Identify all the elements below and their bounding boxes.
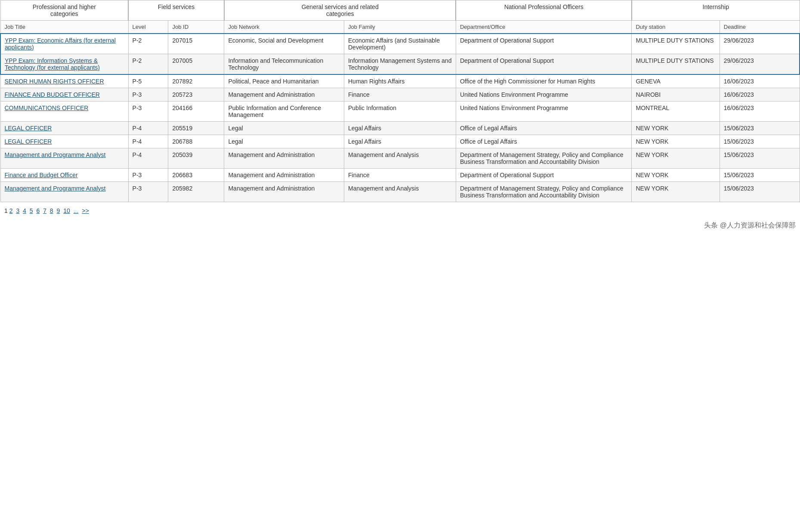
duty-station-cell: NEW YORK bbox=[632, 135, 720, 148]
dept-office-cell: Office of the High Commissioner for Huma… bbox=[456, 74, 632, 88]
job-id-cell: 206683 bbox=[168, 169, 224, 182]
dept-office-cell: Department of Operational Support bbox=[456, 169, 632, 182]
job-network-cell: Legal bbox=[224, 122, 344, 135]
duty-station-cell: MONTREAL bbox=[632, 101, 720, 122]
page-6-link[interactable]: 6 bbox=[36, 207, 40, 214]
job-network-cell: Management and Administration bbox=[224, 169, 344, 182]
job-title-cell[interactable]: Management and Programme Analyst bbox=[0, 182, 128, 202]
level-cell: P-3 bbox=[128, 88, 168, 101]
duty-station-cell: GENEVA bbox=[632, 74, 720, 88]
job-title-link[interactable]: YPP Exam: Information Systems & Technolo… bbox=[5, 57, 100, 71]
job-id-cell: 207005 bbox=[168, 54, 224, 75]
deadline-cell: 29/06/2023 bbox=[720, 54, 800, 75]
level-cell: P-3 bbox=[128, 182, 168, 202]
header-internship-label: Internship bbox=[703, 3, 729, 10]
job-family-cell: Economic Affairs (and Sustainable Develo… bbox=[344, 34, 456, 54]
header-national: National Professional Officers bbox=[456, 0, 632, 21]
table-row: YPP Exam: Economic Affairs (for external… bbox=[0, 34, 800, 54]
subheader-job-network: Job Network bbox=[224, 21, 344, 34]
table-row: Management and Programme AnalystP-420503… bbox=[0, 148, 800, 169]
job-title-link[interactable]: Management and Programme Analyst bbox=[5, 151, 106, 158]
job-family-cell: Legal Affairs bbox=[344, 122, 456, 135]
job-id-cell: 207892 bbox=[168, 74, 224, 88]
table-row: LEGAL OFFICERP-4205519LegalLegal Affairs… bbox=[0, 122, 800, 135]
pagination-container: 1 2 3 4 5 6 7 8 9 10 ... >> bbox=[0, 202, 800, 219]
job-title-cell[interactable]: COMMUNICATIONS OFFICER bbox=[0, 101, 128, 122]
subheader-job-id: Job ID bbox=[168, 21, 224, 34]
job-title-link[interactable]: YPP Exam: Economic Affairs (for external… bbox=[5, 37, 116, 51]
header-field-label: Field services bbox=[158, 3, 195, 10]
level-cell: P-3 bbox=[128, 101, 168, 122]
page-ellipsis-link[interactable]: ... bbox=[74, 207, 79, 214]
job-title-cell[interactable]: SENIOR HUMAN RIGHTS OFFICER bbox=[0, 74, 128, 88]
duty-station-cell: MULTIPLE DUTY STATIONS bbox=[632, 54, 720, 75]
subheader-job-family: Job Family bbox=[344, 21, 456, 34]
job-title-link[interactable]: Management and Programme Analyst bbox=[5, 185, 106, 192]
job-title-cell[interactable]: LEGAL OFFICER bbox=[0, 135, 128, 148]
job-network-cell: Information and Telecommunication Techno… bbox=[224, 54, 344, 75]
header-professional-label: Professional and higher categories bbox=[33, 3, 96, 17]
job-title-cell[interactable]: YPP Exam: Economic Affairs (for external… bbox=[0, 34, 128, 54]
deadline-cell: 15/06/2023 bbox=[720, 169, 800, 182]
table-row: Management and Programme AnalystP-320598… bbox=[0, 182, 800, 202]
page-next-link[interactable]: >> bbox=[82, 207, 89, 214]
job-family-cell: Human Rights Affairs bbox=[344, 74, 456, 88]
job-network-cell: Management and Administration bbox=[224, 148, 344, 169]
dept-office-cell: Department of Operational Support bbox=[456, 34, 632, 54]
page-4-link[interactable]: 4 bbox=[23, 207, 26, 214]
column-subheader-row: Job Title Level Job ID Job Network Job F… bbox=[0, 21, 800, 34]
page-3-link[interactable]: 3 bbox=[16, 207, 19, 214]
job-title-link[interactable]: LEGAL OFFICER bbox=[5, 125, 52, 132]
page-8-link[interactable]: 8 bbox=[50, 207, 53, 214]
subheader-job-title: Job Title bbox=[0, 21, 128, 34]
job-title-link[interactable]: LEGAL OFFICER bbox=[5, 138, 52, 145]
level-cell: P-4 bbox=[128, 135, 168, 148]
page-7-link[interactable]: 7 bbox=[43, 207, 46, 214]
table-row: FINANCE AND BUDGET OFFICERP-3205723Manag… bbox=[0, 88, 800, 101]
table-body: YPP Exam: Economic Affairs (for external… bbox=[0, 34, 800, 202]
page-2-link[interactable]: 2 bbox=[9, 207, 13, 214]
job-title-link[interactable]: Finance and Budget Officer bbox=[5, 172, 78, 178]
page-10-link[interactable]: 10 bbox=[63, 207, 70, 214]
job-id-cell: 204166 bbox=[168, 101, 224, 122]
subheader-level: Level bbox=[128, 21, 168, 34]
current-page: 1 bbox=[4, 207, 8, 214]
page-9-link[interactable]: 9 bbox=[57, 207, 60, 214]
header-national-label: National Professional Officers bbox=[504, 3, 584, 10]
job-id-cell: 205039 bbox=[168, 148, 224, 169]
duty-station-cell: NEW YORK bbox=[632, 122, 720, 135]
level-cell: P-4 bbox=[128, 122, 168, 135]
dept-office-cell: Office of Legal Affairs bbox=[456, 122, 632, 135]
dept-office-cell: Department of Operational Support bbox=[456, 54, 632, 75]
subheader-dept-office: Department/Office bbox=[456, 21, 632, 34]
job-title-cell[interactable]: Finance and Budget Officer bbox=[0, 169, 128, 182]
job-title-cell[interactable]: LEGAL OFFICER bbox=[0, 122, 128, 135]
job-family-cell: Information Management Systems and Techn… bbox=[344, 54, 456, 75]
dept-office-cell: United Nations Environment Programme bbox=[456, 88, 632, 101]
job-title-link[interactable]: SENIOR HUMAN RIGHTS OFFICER bbox=[5, 78, 104, 85]
level-cell: P-4 bbox=[128, 148, 168, 169]
watermark: 头条 @人力资源和社会保障部 bbox=[0, 219, 800, 234]
level-cell: P-2 bbox=[128, 34, 168, 54]
deadline-cell: 15/06/2023 bbox=[720, 135, 800, 148]
job-title-cell[interactable]: YPP Exam: Information Systems & Technolo… bbox=[0, 54, 128, 75]
duty-station-cell: NEW YORK bbox=[632, 169, 720, 182]
deadline-cell: 15/06/2023 bbox=[720, 182, 800, 202]
job-title-link[interactable]: COMMUNICATIONS OFFICER bbox=[5, 105, 89, 111]
table-row: COMMUNICATIONS OFFICERP-3204166Public In… bbox=[0, 101, 800, 122]
job-family-cell: Legal Affairs bbox=[344, 135, 456, 148]
job-title-link[interactable]: FINANCE AND BUDGET OFFICER bbox=[5, 91, 100, 98]
job-id-cell: 207015 bbox=[168, 34, 224, 54]
dept-office-cell: Department of Management Strategy, Polic… bbox=[456, 148, 632, 169]
header-general-services: General services and related categories bbox=[224, 0, 456, 21]
job-title-cell[interactable]: FINANCE AND BUDGET OFFICER bbox=[0, 88, 128, 101]
job-family-cell: Management and Analysis bbox=[344, 182, 456, 202]
job-title-cell[interactable]: Management and Programme Analyst bbox=[0, 148, 128, 169]
header-field-services: Field services bbox=[128, 0, 224, 21]
deadline-cell: 15/06/2023 bbox=[720, 148, 800, 169]
duty-station-cell: NEW YORK bbox=[632, 182, 720, 202]
page-5-link[interactable]: 5 bbox=[30, 207, 33, 214]
subheader-deadline: Deadline bbox=[720, 21, 800, 34]
job-family-cell: Management and Analysis bbox=[344, 148, 456, 169]
job-id-cell: 205519 bbox=[168, 122, 224, 135]
